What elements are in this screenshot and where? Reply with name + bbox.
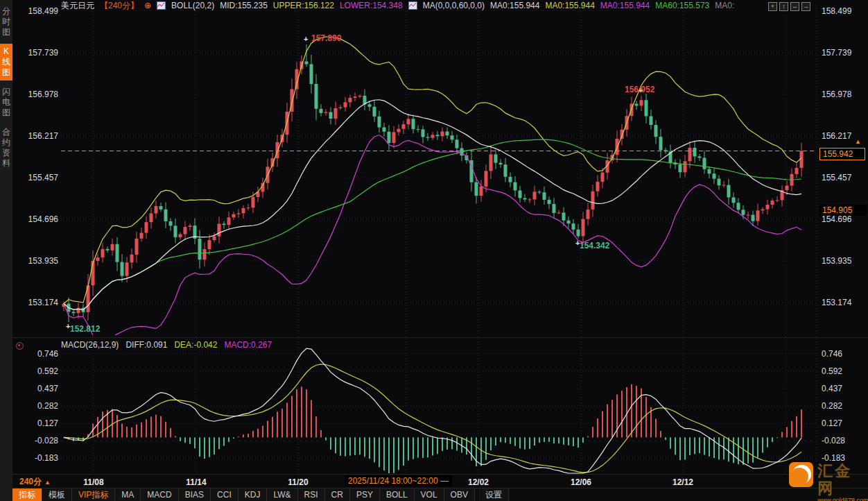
chart-header: 美元日元 【240分】 ⊕ BOLL(20,2) MID:155.235 UPP… [61, 1, 734, 10]
ma60-value: MA60:155.573 [655, 1, 709, 10]
toolbar-button-psy[interactable]: PSY [350, 489, 380, 501]
circle-plus-icon[interactable]: ⊕ [144, 1, 151, 10]
toolbar-button-macd[interactable]: MACD [141, 489, 178, 501]
macd-diff-value: DIFF:0.091 [125, 340, 167, 350]
macd-hist-value: MACD:0.267 [224, 340, 272, 350]
crosshair-pan-icon[interactable]: + [768, 2, 777, 11]
boll-lower-value: LOWER:154.348 [340, 1, 403, 10]
period-badge[interactable]: 【240分】 [100, 1, 139, 10]
collapse-panel-icon[interactable]: → [801, 2, 810, 11]
macd-header: MACD(26,12,9) DIFF:0.091 DEA:-0.042 MACD… [61, 340, 272, 350]
current-price-tag: 155.942 [819, 148, 865, 160]
ma0-yellow-value: MA0:155.944 [545, 1, 594, 10]
scale-horizontal-icon[interactable]: ↔ [790, 2, 799, 11]
toolbar-button-ma[interactable]: MA [115, 489, 141, 501]
macd-dea-value: DEA:-0.042 [174, 340, 217, 350]
indicator-chart-icon [157, 1, 166, 10]
boll-label: BOLL(20,2) [171, 1, 214, 10]
toolbar-button-cr[interactable]: CR [325, 489, 350, 501]
toolbar-button-vip-indicator[interactable]: VIP指标 [72, 489, 115, 501]
logo-crescent-icon [789, 462, 813, 487]
symbol-name: 美元日元 [61, 1, 94, 10]
secondary-price-tag: 154.905 [819, 205, 867, 216]
toolbar-button-cci[interactable]: CCI [211, 489, 238, 501]
macd-target-icon[interactable] [16, 342, 24, 350]
sidebar-item-candle-chart[interactable]: K线图 [0, 44, 12, 80]
boll-upper-value: UPPER:156.122 [273, 1, 334, 10]
sidebar-item-contract-info[interactable]: 合约资料 [0, 124, 12, 171]
scale-vertical-icon[interactable]: ↕ [779, 2, 788, 11]
logo-url: www.gold678.com [817, 497, 868, 501]
window-tool-icons: + ↕ ↔ → [768, 2, 810, 11]
ma-label: MA(0,0,0,60,0,0) [423, 1, 485, 10]
indicator-toolbar: 指标 模板 VIP指标 MA MACD BIAS CCI KDJ LW& RSI… [12, 489, 509, 501]
ma0-gray-value: MA0: [715, 1, 734, 10]
site-logo: 汇金网 www.gold678.com [789, 462, 868, 501]
toolbar-button-template[interactable]: 模板 [42, 489, 72, 501]
sidebar-item-time-chart[interactable]: 分时图 [0, 3, 12, 40]
timeframe-label: 240分 [19, 477, 42, 486]
timeframe-selector[interactable]: 240分▲ [19, 476, 51, 488]
toolbar-button-settings[interactable]: 设置 [479, 489, 509, 501]
left-sidebar: 分时图 K线图 闪电图 合约资料 [0, 0, 12, 501]
price-up-arrow-icon: ▲ [855, 139, 861, 145]
trading-terminal: 分时图 K线图 闪电图 合约资料 美元日元 【240分】 ⊕ BOLL(20,2… [0, 0, 868, 501]
chart-canvas[interactable] [0, 0, 868, 501]
pane-separator [12, 337, 868, 338]
logo-name: 汇金网 [817, 462, 868, 497]
toolbar-button-indicator[interactable]: 指标 [12, 489, 42, 501]
toolbar-button-lw[interactable]: LW& [267, 489, 297, 501]
toolbar-button-boll[interactable]: BOLL [380, 489, 415, 501]
sidebar-item-flash-chart[interactable]: 闪电图 [0, 84, 12, 121]
macd-label: MACD(26,12,9) [61, 340, 119, 350]
boll-mid-value: MID:155.235 [220, 1, 268, 10]
indicator-chart-icon [408, 1, 417, 10]
ma0-white-value: MA0:155.944 [490, 1, 539, 10]
ma0-magenta-value: MA0:155.944 [600, 1, 650, 10]
toolbar-button-kdj[interactable]: KDJ [238, 489, 268, 501]
toolbar-button-rsi[interactable]: RSI [298, 489, 325, 501]
toolbar-button-bias[interactable]: BIAS [179, 489, 211, 501]
chevron-up-icon: ▲ [44, 479, 51, 486]
toolbar-button-obv[interactable]: OBV [444, 489, 475, 501]
toolbar-button-vol[interactable]: VOL [415, 489, 444, 501]
selected-candle-date-tag: 2025/11/24 18:00~22:00 — [345, 475, 452, 486]
